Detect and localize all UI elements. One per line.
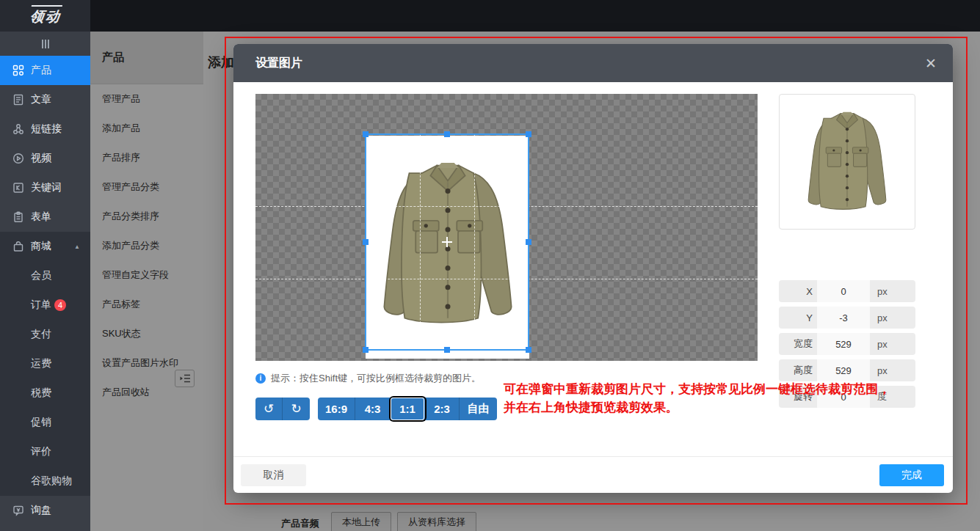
sidebar-subitem-payment[interactable]: 支付 <box>0 320 90 349</box>
sidebar-subitem-members[interactable]: 会员 <box>0 261 90 290</box>
sidebar-item-forms[interactable]: 表单 <box>0 202 90 232</box>
info-icon: i <box>255 373 266 384</box>
sidebar-collapse-button[interactable] <box>0 32 90 56</box>
field-height: 高度 529 px <box>779 359 915 381</box>
logo-text: 领动 <box>28 5 62 26</box>
ratio-4-3-button[interactable]: 4:3 <box>355 398 391 420</box>
done-button[interactable]: 完成 <box>879 464 944 486</box>
sidebar-item-label: 产品 <box>31 64 51 77</box>
width-input[interactable]: 529 <box>817 333 870 355</box>
ratio-button-group: 16:9 4:3 1:1 2:3 自由 <box>318 398 497 420</box>
sidebar-subitem-google-shopping[interactable]: 谷歌购物 <box>0 466 90 496</box>
sidebar-item-label: 视频 <box>31 152 51 165</box>
sidebar-item-mall[interactable]: 商城 ▲ <box>0 232 90 261</box>
sidebar-subitem-tax[interactable]: 税费 <box>0 378 90 408</box>
sidebar-item-label: 文章 <box>31 93 51 106</box>
crop-handle-bottom-right[interactable] <box>526 347 531 353</box>
modal-footer: 取消 完成 <box>233 456 953 493</box>
shopping-bag-icon <box>12 241 24 252</box>
sidebar-item-videos[interactable]: 视频 <box>0 144 90 173</box>
sidebar-item-label: 短链接 <box>31 122 62 136</box>
crop-workspace[interactable] <box>255 94 758 361</box>
crop-center-icon <box>442 237 452 247</box>
mall-section: 商城 ▲ 会员 订单 4 支付 运费 税费 促销 评价 谷歌购物 <box>0 232 90 496</box>
sidebar-item-label: 商城 <box>31 240 51 253</box>
document-icon <box>12 94 24 106</box>
play-circle-icon <box>12 153 24 164</box>
x-input[interactable]: 0 <box>817 280 870 302</box>
crop-handle-bottom-left[interactable] <box>363 347 369 353</box>
crop-handle-top[interactable] <box>444 131 450 137</box>
field-width: 宽度 529 px <box>779 333 915 355</box>
tip-text: 提示：按住Shift键，可按比例框选待裁剪的图片。 <box>271 372 481 385</box>
clipboard-icon <box>12 211 24 223</box>
sidebar-subitem-reviews[interactable]: 评价 <box>0 437 90 466</box>
rotate-left-button[interactable]: ↺ <box>255 398 283 420</box>
sidebar-item-keywords[interactable]: 关键词 <box>0 173 90 202</box>
y-input[interactable]: -3 <box>817 307 870 329</box>
ratio-1-1-button[interactable]: 1:1 <box>391 398 425 420</box>
ratio-2-3-button[interactable]: 2:3 <box>425 398 460 420</box>
sidebar-item-products[interactable]: 产品 <box>0 56 90 85</box>
sidebar-subitem-shipping[interactable]: 运费 <box>0 349 90 378</box>
close-icon[interactable]: ✕ <box>925 56 937 70</box>
crop-guide-vertical <box>420 135 421 349</box>
jacket-preview-image <box>800 103 894 221</box>
crop-handle-top-left[interactable] <box>363 131 369 137</box>
field-y: Y -3 px <box>779 307 915 329</box>
share-link-icon <box>12 123 24 135</box>
ratio-free-button[interactable]: 自由 <box>460 398 497 420</box>
logo[interactable]: 领动 <box>0 0 90 32</box>
crop-handle-right[interactable] <box>526 239 531 245</box>
sidebar: 产品 文章 短链接 视频 关键词 <box>0 32 90 531</box>
crop-selection-box[interactable] <box>365 133 529 351</box>
field-rotation: 旋转 0 度 <box>779 386 915 408</box>
height-input[interactable]: 529 <box>817 359 870 381</box>
sidebar-subitem-orders[interactable]: 订单 4 <box>0 290 90 320</box>
orders-count-badge: 4 <box>54 299 66 311</box>
chevron-up-icon: ▲ <box>74 243 80 250</box>
shift-tip: i 提示：按住Shift键，可按比例框选待裁剪的图片。 <box>255 372 481 385</box>
sidebar-item-inquiry[interactable]: 询盘 <box>0 496 90 525</box>
sidebar-item-articles[interactable]: 文章 <box>0 85 90 114</box>
rotation-input[interactable]: 0 <box>817 386 870 408</box>
crop-preview <box>779 94 915 230</box>
crop-guide-vertical <box>474 135 475 349</box>
ratio-16-9-button[interactable]: 16:9 <box>318 398 355 420</box>
sidebar-subitem-promotion[interactable]: 促销 <box>0 408 90 437</box>
modal-header: 设置图片 ✕ <box>233 44 953 82</box>
sidebar-item-label: 关键词 <box>31 181 62 194</box>
collapse-bars-icon <box>42 40 43 48</box>
sidebar-item-shortlinks[interactable]: 短链接 <box>0 114 90 144</box>
field-x: X 0 px <box>779 280 915 302</box>
inquiry-bubble-icon <box>12 505 24 516</box>
crop-handle-bottom[interactable] <box>444 347 450 353</box>
rotate-button-group: ↺ ↻ <box>255 398 310 420</box>
set-image-modal: 设置图片 ✕ <box>233 44 953 493</box>
app-root: 领动 产品 文章 短链接 <box>0 0 980 531</box>
rotate-right-button[interactable]: ↻ <box>283 398 310 420</box>
grid-icon <box>12 65 24 76</box>
crop-handle-left[interactable] <box>363 239 369 245</box>
keyword-k-icon <box>12 182 24 194</box>
crop-handle-top-right[interactable] <box>526 131 531 137</box>
modal-title: 设置图片 <box>255 56 302 71</box>
sidebar-item-label: 表单 <box>31 210 51 224</box>
sidebar-item-label: 询盘 <box>31 504 51 517</box>
cancel-button[interactable]: 取消 <box>241 464 306 486</box>
